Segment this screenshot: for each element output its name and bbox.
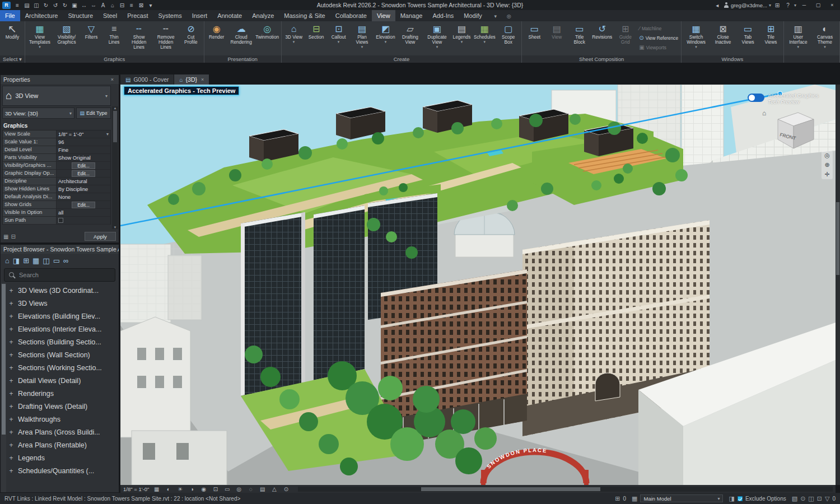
toggle-switch[interactable]	[748, 94, 764, 102]
property-value-parts-visibility[interactable]: Show Original	[57, 154, 110, 161]
tab-architecture[interactable]: Architecture	[20, 10, 63, 21]
section-icon[interactable]: ⊟	[118, 1, 127, 10]
tab-massing-site[interactable]: Massing & Site	[279, 10, 330, 21]
ribbon-button-viewports[interactable]: ▣Viewports	[637, 43, 680, 52]
ribbon-button-matchline[interactable]: ∕Matchline	[637, 24, 680, 32]
browser-item-sections-working[interactable]: +Sections (Working Sectio...	[8, 361, 119, 374]
tab-analyze[interactable]: Analyze	[247, 10, 279, 21]
property-value-view-scale[interactable]: 1/8" = 1'-0"▾	[57, 130, 110, 138]
ribbon-button-filters[interactable]: ▽Filters	[80, 22, 102, 55]
sync-icon[interactable]: ↻	[41, 1, 50, 10]
tab-systems[interactable]: Systems	[153, 10, 186, 21]
expand-icon[interactable]: +	[8, 428, 14, 436]
rendering-dialog-icon[interactable]: ◉	[199, 486, 208, 492]
browser-item-drafting-views[interactable]: +Drafting Views (Detail)	[8, 400, 119, 413]
browser-item-elevations-building[interactable]: +Elevations (Building Elev...	[8, 310, 119, 323]
ribbon-button-section[interactable]: ⊟Section	[305, 22, 328, 55]
property-value-discipline[interactable]: Architectural	[57, 178, 110, 185]
ribbon-button-plan-views[interactable]: ▤Plan Views▾	[350, 22, 375, 55]
ribbon-button-cloud-rendering[interactable]: ☁Cloud Rendering	[228, 22, 255, 55]
type-selector[interactable]: ⌂ 3D View ▾	[2, 86, 111, 106]
property-group-graphics[interactable]: Graphics^	[1, 121, 119, 130]
ribbon-button-show-hidden-lines[interactable]: ╌Show Hidden Lines	[125, 22, 152, 55]
property-value-default-analysis[interactable]: None	[57, 193, 110, 200]
home-icon[interactable]: ⌂	[5, 256, 10, 265]
expand-icon[interactable]: +	[8, 403, 14, 410]
browser-organization-icon[interactable]: ◨	[13, 256, 20, 265]
sun-path-checkbox[interactable]	[58, 218, 63, 223]
user-account-button[interactable]: greg@x3dme... ▾	[724, 2, 771, 8]
tab-manage[interactable]: Manage	[395, 10, 428, 21]
worksharing-display-icon[interactable]: ⊙	[282, 486, 290, 492]
expand-icon[interactable]: +	[8, 390, 14, 398]
select-links-icon[interactable]: ▧	[792, 495, 797, 502]
aligned-dimension-icon[interactable]: ⇔	[89, 1, 98, 10]
close-icon[interactable]: ×	[109, 77, 116, 82]
ribbon-button-user-interface[interactable]: ▥User Interface▾	[785, 22, 811, 55]
browser-item-detail-views[interactable]: +Detail Views (Detail)	[8, 374, 119, 387]
help-chevron-icon[interactable]: ▾	[794, 3, 796, 8]
ribbon-button-view[interactable]: ▤View	[545, 22, 568, 55]
expand-icon[interactable]: +	[8, 467, 14, 475]
zoom-icon[interactable]: ⊕	[824, 161, 829, 169]
tab-modify[interactable]: Modify	[459, 10, 487, 21]
browser-item-3d-views[interactable]: +3D Views	[8, 297, 119, 310]
view-scale-control[interactable]: 1/8" = 1'-0"	[123, 486, 149, 492]
groups-icon[interactable]: ▭	[53, 256, 60, 265]
ribbon-button-sheet[interactable]: ▭Sheet	[523, 22, 545, 55]
panel-label-select[interactable]: Select ▾	[0, 55, 25, 63]
ribbon-button-elevation[interactable]: ◩Elevation▾	[374, 22, 396, 55]
tab-steel[interactable]: Steel	[98, 10, 122, 21]
ribbon-button-modify[interactable]: ↖Modify	[1, 22, 24, 55]
design-options-control[interactable]: ◨ Exclude Options	[729, 495, 786, 502]
ribbon-button-duplicate-view[interactable]: ▣Duplicate View▾	[423, 22, 450, 55]
instance-selector[interactable]: 3D View: {3D} ▾	[2, 108, 74, 119]
temporary-view-properties-icon[interactable]: ▤	[258, 486, 267, 492]
full-navigation-wheel-icon[interactable]: ◎	[824, 152, 830, 159]
browser-item-walkthroughs[interactable]: +Walkthroughs	[8, 413, 119, 426]
3d-scene[interactable]: SNOWDON PLACE	[120, 85, 836, 485]
ribbon-button-remove-hidden-lines[interactable]: ╌Remove Hidden Lines	[152, 22, 179, 55]
redo-icon[interactable]: ↻	[60, 1, 69, 10]
expand-icon[interactable]: +	[8, 287, 14, 295]
thin-lines-icon[interactable]: ≡	[127, 1, 136, 10]
expand-icon[interactable]: +	[8, 325, 14, 333]
viewcube[interactable]: FRONT	[769, 107, 820, 158]
help-button[interactable]: ?	[783, 1, 792, 10]
ribbon-button-switch-windows[interactable]: ▦Switch Windows▾	[683, 22, 710, 55]
select-underlay-icon[interactable]: ◫	[808, 495, 814, 502]
sun-path-icon[interactable]: ☀	[176, 486, 184, 492]
customize-qat-icon[interactable]: ▾	[146, 1, 155, 10]
browser-item-renderings[interactable]: +Renderings	[8, 387, 119, 400]
ribbon-button-legends[interactable]: ▤Legends▾	[450, 22, 473, 55]
ribbon-button-guide-grid[interactable]: ⊞Guide Grid	[613, 22, 637, 55]
browser-item-area-plans-gross[interactable]: +Area Plans (Gross Buildi...	[8, 426, 119, 438]
tab-add-ins[interactable]: Add-Ins	[427, 10, 459, 21]
revit-links-icon[interactable]: ∞	[63, 256, 68, 265]
text-note-icon[interactable]: A	[99, 1, 108, 10]
expand-icon[interactable]: +	[8, 300, 14, 307]
tree-scrollbar[interactable]	[1, 283, 6, 492]
expand-icon[interactable]: +	[8, 377, 14, 385]
edit-type-button[interactable]: ▤ Edit Type	[76, 108, 111, 119]
property-value-show-hidden-lines[interactable]: By Discipline	[57, 185, 110, 193]
exclude-options-checkbox[interactable]	[738, 496, 743, 501]
active-workset-select[interactable]: Main Model▾	[640, 494, 723, 502]
ribbon-button-3d-view[interactable]: ⌂3D View▾	[283, 22, 305, 55]
default-3d-view-icon[interactable]: ⌂	[108, 1, 117, 10]
browser-item-area-plans-rentable[interactable]: +Area Plans (Rentable)	[8, 438, 119, 451]
ribbon-button-revisions[interactable]: ↺Revisions	[591, 22, 613, 55]
close-inactive-views-icon[interactable]: ⊠	[137, 1, 146, 10]
ribbon-button-tab-views[interactable]: ▭Tab Views	[736, 22, 759, 55]
show-analytical-model-icon[interactable]: △	[270, 486, 278, 492]
ribbon-button-canvas-theme[interactable]: ◐Canvas Theme▾	[811, 22, 838, 55]
browser-item-legends[interactable]: +Legends	[8, 451, 119, 464]
views-icon[interactable]: ⊞	[23, 256, 29, 265]
ribbon-button-tile-views[interactable]: ⊞Tile Views	[759, 22, 782, 55]
property-value-scale-value[interactable]: 96	[57, 138, 110, 146]
store-icon[interactable]: ⊞	[773, 1, 782, 10]
viewcube-home-icon[interactable]: ⌂	[762, 109, 766, 117]
ribbon-button-view-templates[interactable]: ▦View Templates▾	[26, 22, 53, 55]
edit-button[interactable]: Edit...	[72, 170, 95, 177]
filter-icon[interactable]: ▽	[825, 495, 829, 502]
